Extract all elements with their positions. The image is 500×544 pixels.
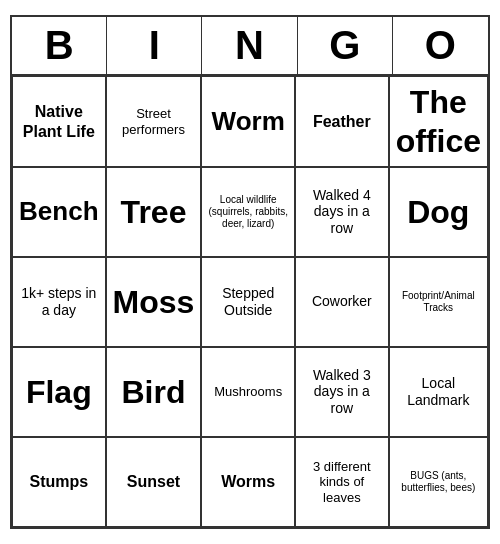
bingo-cell-r2-c3[interactable]: Local wildlife (squirrels, rabbits, deer… bbox=[201, 167, 295, 257]
bingo-cell-r3-c3[interactable]: Stepped Outside bbox=[201, 257, 295, 347]
bingo-header: B I N G O bbox=[12, 17, 488, 76]
bingo-cell-r3-c4[interactable]: Coworker bbox=[295, 257, 389, 347]
header-i: I bbox=[107, 17, 202, 74]
header-b: B bbox=[12, 17, 107, 74]
header-g: G bbox=[298, 17, 393, 74]
bingo-cell-r5-c3[interactable]: Worms bbox=[201, 437, 295, 527]
bingo-cell-r2-c1[interactable]: Bench bbox=[12, 167, 106, 257]
bingo-cell-r3-c5[interactable]: Footprint/Animal Tracks bbox=[389, 257, 488, 347]
bingo-cell-r4-c3[interactable]: Mushrooms bbox=[201, 347, 295, 437]
bingo-cell-r1-c4[interactable]: Feather bbox=[295, 76, 389, 167]
bingo-cell-r2-c4[interactable]: Walked 4 days in a row bbox=[295, 167, 389, 257]
bingo-cell-r1-c3[interactable]: Worm bbox=[201, 76, 295, 167]
bingo-cell-r5-c4[interactable]: 3 different kinds of leaves bbox=[295, 437, 389, 527]
bingo-cell-r5-c2[interactable]: Sunset bbox=[106, 437, 202, 527]
bingo-cell-r3-c2[interactable]: Moss bbox=[106, 257, 202, 347]
bingo-cell-r1-c1[interactable]: Native Plant Life bbox=[12, 76, 106, 167]
bingo-cell-r5-c1[interactable]: Stumps bbox=[12, 437, 106, 527]
bingo-cell-r1-c2[interactable]: Street performers bbox=[106, 76, 202, 167]
header-o: O bbox=[393, 17, 488, 74]
bingo-cell-r1-c5[interactable]: The office bbox=[389, 76, 488, 167]
bingo-cell-r5-c5[interactable]: BUGS (ants, butterflies, bees) bbox=[389, 437, 488, 527]
header-n: N bbox=[202, 17, 297, 74]
bingo-cell-r2-c2[interactable]: Tree bbox=[106, 167, 202, 257]
bingo-cell-r3-c1[interactable]: 1k+ steps in a day bbox=[12, 257, 106, 347]
bingo-cell-r4-c5[interactable]: Local Landmark bbox=[389, 347, 488, 437]
bingo-cell-r4-c2[interactable]: Bird bbox=[106, 347, 202, 437]
bingo-grid: Native Plant LifeStreet performersWormFe… bbox=[12, 76, 488, 527]
bingo-cell-r4-c4[interactable]: Walked 3 days in a row bbox=[295, 347, 389, 437]
bingo-card: B I N G O Native Plant LifeStreet perfor… bbox=[10, 15, 490, 529]
bingo-cell-r2-c5[interactable]: Dog bbox=[389, 167, 488, 257]
bingo-cell-r4-c1[interactable]: Flag bbox=[12, 347, 106, 437]
